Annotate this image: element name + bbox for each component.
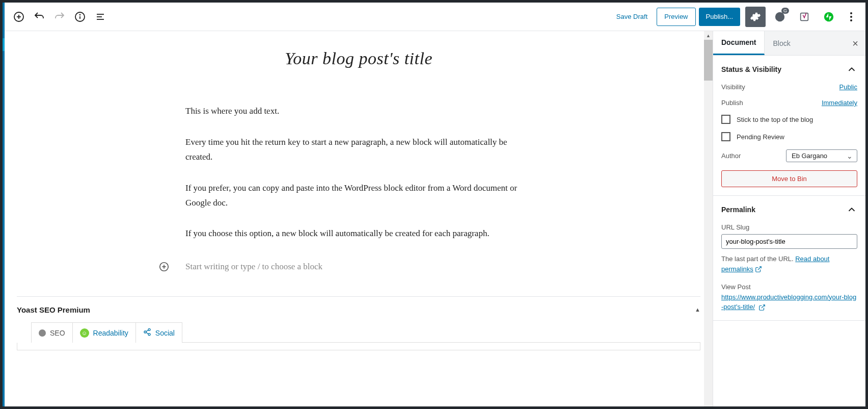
- yoast-tab-label: SEO: [50, 329, 65, 337]
- panel-title: Permalink: [721, 206, 755, 214]
- view-post-link[interactable]: https://www.productiveblogging.com/your-…: [721, 293, 856, 311]
- stick-label: Stick to the top of the blog: [737, 116, 813, 123]
- paragraph-block[interactable]: This is where you add text.: [185, 104, 532, 119]
- paragraph-block[interactable]: Every time you hit the return key to sta…: [185, 135, 532, 165]
- settings-sidebar: Document Block × Status & Visibility Vis…: [713, 31, 865, 406]
- visibility-label: Visibility: [721, 83, 745, 91]
- svg-point-11: [850, 12, 852, 14]
- svg-point-18: [144, 331, 146, 333]
- editor-canvas[interactable]: Your blog post's title This is where you…: [5, 31, 713, 406]
- add-block-inline-icon[interactable]: [155, 258, 173, 276]
- activity-icon[interactable]: G: [770, 7, 790, 27]
- post-title[interactable]: Your blog post's title: [185, 49, 532, 68]
- url-slug-input[interactable]: [721, 234, 857, 249]
- preview-button[interactable]: Preview: [657, 8, 695, 26]
- author-value: Eb Gargano: [792, 152, 827, 160]
- publish-value[interactable]: Immediately: [822, 99, 857, 107]
- pending-review-checkbox[interactable]: [721, 132, 730, 141]
- more-options-button[interactable]: [842, 8, 860, 26]
- close-sidebar-button[interactable]: ×: [849, 37, 861, 49]
- redo-button[interactable]: [50, 8, 69, 26]
- block-navigation-button[interactable]: [91, 8, 110, 26]
- editor-toolbar: Save Draft Preview Publish... G: [5, 3, 865, 31]
- chevron-up-icon: [846, 64, 857, 75]
- svg-point-13: [850, 19, 852, 21]
- panel-permalink-toggle[interactable]: Permalink: [713, 196, 865, 223]
- svg-point-12: [850, 16, 852, 18]
- yoast-title: Yoast SEO Premium: [17, 305, 90, 314]
- visibility-value[interactable]: Public: [839, 83, 857, 91]
- author-label: Author: [721, 152, 741, 160]
- yoast-panel: Yoast SEO Premium ▲ SEO ☺ Readability: [17, 296, 700, 350]
- smiley-icon: ☺: [80, 328, 89, 338]
- scrollbar[interactable]: ▲: [704, 31, 713, 406]
- yoast-tab-readability[interactable]: ☺ Readability: [73, 322, 136, 343]
- svg-line-23: [762, 304, 765, 308]
- panel-status-visibility-toggle[interactable]: Status & Visibility: [713, 56, 865, 83]
- seo-status-icon: [39, 329, 46, 337]
- author-select[interactable]: Eb Gargano ⌄: [786, 149, 857, 162]
- external-link-icon: [755, 266, 762, 273]
- chevron-down-icon: ⌄: [847, 152, 853, 160]
- paragraph-block[interactable]: If you choose this option, a new block w…: [185, 226, 532, 241]
- jetpack-icon[interactable]: [819, 7, 839, 27]
- svg-line-22: [758, 267, 761, 270]
- yoast-tab-label: Readability: [93, 329, 128, 337]
- settings-button[interactable]: [745, 7, 766, 27]
- stick-checkbox[interactable]: [721, 115, 730, 124]
- publish-label: Publish: [721, 99, 743, 107]
- svg-line-21: [146, 333, 149, 334]
- caret-up-icon: ▲: [695, 306, 700, 313]
- add-block-button[interactable]: [10, 8, 28, 26]
- svg-point-10: [824, 12, 833, 21]
- url-slug-label: URL Slug: [721, 223, 857, 231]
- undo-button[interactable]: [30, 8, 48, 26]
- view-post-label: View Post: [721, 283, 751, 291]
- external-link-icon: [758, 304, 766, 311]
- tab-block[interactable]: Block: [765, 31, 798, 55]
- svg-point-17: [148, 329, 150, 331]
- paragraph-block[interactable]: If you prefer, you can copy and paste in…: [185, 181, 532, 211]
- yoast-panel-header[interactable]: Yoast SEO Premium ▲: [17, 297, 700, 322]
- share-icon: [143, 328, 151, 338]
- svg-point-5: [80, 14, 80, 15]
- yoast-tab-label: Social: [155, 329, 175, 337]
- block-placeholder[interactable]: Start writing or type / to choose a bloc…: [185, 262, 322, 272]
- save-draft-button[interactable]: Save Draft: [610, 8, 654, 26]
- svg-line-20: [146, 330, 149, 332]
- yoast-tab-social[interactable]: Social: [136, 322, 182, 343]
- chevron-up-icon: [846, 204, 857, 215]
- yoast-icon[interactable]: [794, 7, 815, 27]
- permalink-help-text: The last part of the URL.: [721, 255, 795, 263]
- svg-point-19: [148, 334, 150, 336]
- move-to-bin-button[interactable]: Move to Bin: [721, 170, 857, 187]
- pending-label: Pending Review: [737, 133, 784, 141]
- content-info-button[interactable]: [71, 8, 89, 26]
- yoast-tab-seo[interactable]: SEO: [31, 322, 73, 343]
- panel-title: Status & Visibility: [721, 65, 781, 73]
- tab-document[interactable]: Document: [713, 31, 765, 55]
- publish-button[interactable]: Publish...: [699, 8, 740, 26]
